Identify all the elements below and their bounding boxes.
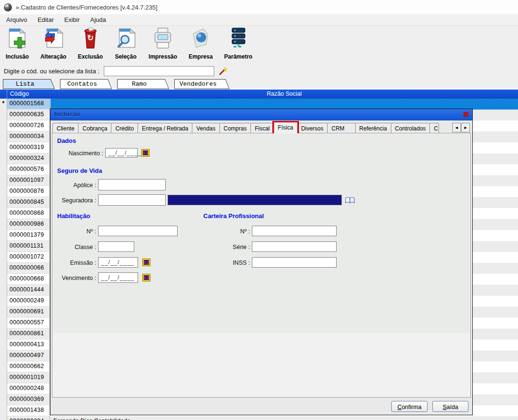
- dialog-tab-crm[interactable]: CRM: [327, 123, 355, 133]
- carteira-numero-field[interactable]: [252, 226, 337, 236]
- dialog-tab-c[interactable]: C: [429, 123, 439, 133]
- close-icon[interactable]: ✖: [463, 110, 469, 120]
- list-tab-lista[interactable]: Lista: [3, 79, 49, 89]
- list-tabs: ListaContatosRamoVendedores: [3, 79, 235, 89]
- row-code-cell[interactable]: 0000001019: [7, 372, 50, 383]
- list-tab-vendedores[interactable]: Vendedores: [174, 79, 223, 89]
- menu-item-arquivo[interactable]: Arquivo: [1, 15, 32, 25]
- dialog-tab-referencia[interactable]: Referência: [355, 123, 391, 133]
- row-code-cell[interactable]: 0000000876: [7, 186, 50, 197]
- row-razao-social-cell[interactable]: [50, 99, 518, 110]
- row-code-cell[interactable]: 0000000066: [7, 263, 50, 274]
- row-code-cell[interactable]: 0000001438: [7, 405, 50, 416]
- magic-wand-icon[interactable]: [219, 67, 228, 76]
- row-selection-gutter: [0, 383, 7, 394]
- row-code-cell[interactable]: 0000001444: [7, 285, 50, 296]
- dialog-tab-entrega-retirada[interactable]: Entrega / Retirada: [138, 123, 192, 133]
- row-code-cell[interactable]: 0000000576: [7, 164, 50, 175]
- row-code-cell[interactable]: 0000000861: [7, 329, 50, 340]
- row-selection-gutter: [0, 230, 7, 241]
- row-code-cell[interactable]: 0000001097: [7, 175, 50, 186]
- inss-field[interactable]: [252, 257, 337, 268]
- dialog-tab-diversos[interactable]: Diversos: [297, 123, 328, 133]
- saida-button[interactable]: Saída: [432, 401, 468, 412]
- column-header-codigo[interactable]: Código: [10, 90, 29, 97]
- list-tab-ramo[interactable]: Ramo: [117, 79, 163, 89]
- habilitacao-numero-field[interactable]: [98, 226, 178, 236]
- row-code-cell[interactable]: 0000001379: [7, 230, 50, 241]
- toolbar-button-empresa[interactable]: Empresa: [189, 27, 213, 65]
- row-code-cell[interactable]: 0000000691: [7, 307, 50, 318]
- row-code-cell[interactable]: 0000000635: [7, 110, 50, 120]
- row-selection-gutter: [0, 252, 7, 263]
- list-tab-contatos[interactable]: Contatos: [60, 79, 106, 89]
- row-code-cell[interactable]: 0000000234: [7, 416, 50, 420]
- toolbar-button-selecao[interactable]: Seleção: [114, 27, 137, 65]
- dialog-tab-cobranca[interactable]: Cobrança: [78, 123, 111, 133]
- emissao-field[interactable]: __/__/____: [98, 257, 138, 268]
- code-selector-input[interactable]: [104, 66, 214, 76]
- nascimento-label: Nascimento :: [56, 150, 103, 157]
- row-selection-gutter: [0, 361, 7, 372]
- toolbar-button-inclusao[interactable]: Inclusão: [6, 27, 29, 65]
- tab-scroll-right-icon[interactable]: ►: [461, 123, 470, 132]
- row-code-cell[interactable]: 0000000413: [7, 340, 50, 350]
- dialog-tab-cliente[interactable]: Cliente: [52, 123, 79, 133]
- menu-item-exibir[interactable]: Exibir: [59, 15, 85, 25]
- menu-item-ajuda[interactable]: Ajuda: [85, 15, 111, 25]
- row-selection-gutter: [0, 186, 7, 197]
- row-selection-gutter: [0, 131, 7, 142]
- toolbar-button-alteracao[interactable]: Alteração: [40, 27, 67, 65]
- row-code-cell[interactable]: 0000000034: [7, 131, 50, 142]
- row-code-cell[interactable]: 0000000726: [7, 120, 50, 131]
- row-code-cell[interactable]: 0000000319: [7, 142, 50, 153]
- row-code-cell[interactable]: 0000001072: [7, 252, 50, 263]
- row-code-cell[interactable]: 0000000868: [7, 208, 50, 219]
- dialog-tab-fisica[interactable]: Física: [274, 122, 298, 133]
- toolbar-button-impressao[interactable]: Impressão: [149, 27, 177, 65]
- row-code-cell[interactable]: 0000000249: [7, 296, 50, 307]
- column-header-razao-social[interactable]: Razão Social: [50, 90, 518, 97]
- toolbar-button-parametro[interactable]: Parâmetro: [224, 27, 252, 65]
- dialog-tab-fiscal[interactable]: Fiscal: [250, 123, 274, 133]
- calendar-icon[interactable]: 12: [141, 149, 149, 157]
- row-code-cell[interactable]: 0000000369: [7, 394, 50, 405]
- tab-scroll-left-icon[interactable]: ◄: [452, 123, 461, 132]
- dialog-tab-compras[interactable]: Compras: [219, 123, 251, 133]
- dialog-tab-credito[interactable]: Crédito: [111, 123, 138, 133]
- row-code-cell[interactable]: 0000000497: [7, 350, 50, 361]
- row-code-cell[interactable]: 0000000557: [7, 318, 50, 329]
- classe-field[interactable]: [98, 241, 134, 252]
- row-code-cell[interactable]: 0000001131: [7, 241, 50, 252]
- row-code-cell[interactable]: 0000000662: [7, 361, 50, 372]
- calendar-icon[interactable]: 12: [142, 274, 150, 281]
- carteira-numero-label: Nº :: [210, 228, 250, 235]
- row-code-cell[interactable]: 0000000324: [7, 153, 50, 164]
- menu-item-editar[interactable]: Editar: [32, 15, 59, 25]
- vencimento-field[interactable]: __/__/____: [98, 272, 138, 283]
- dialog-tab-controlados[interactable]: Controlados: [391, 123, 430, 133]
- row-code-cell[interactable]: 0000000668: [7, 274, 50, 285]
- confirma-button[interactable]: Confirma: [391, 401, 428, 412]
- toolbar-button-exclusao[interactable]: ↻Exclusão: [78, 27, 103, 65]
- row-selection-gutter: [0, 241, 7, 252]
- server-stack-icon: [227, 27, 250, 51]
- toolbar-label-impressao: Impressão: [149, 53, 177, 60]
- open-book-icon[interactable]: [345, 196, 355, 204]
- apolice-field[interactable]: [98, 179, 166, 190]
- row-code-cell[interactable]: 0000000845: [7, 197, 50, 208]
- nascimento-field[interactable]: __/__/____: [105, 148, 138, 158]
- row-code-cell[interactable]: 0000000986: [7, 219, 50, 230]
- row-razao-social-cell[interactable]: Fernando Dias Contabilidade: [50, 416, 518, 420]
- table-row[interactable]: 0000000234Fernando Dias Contabilidade: [0, 416, 518, 420]
- row-code-cell[interactable]: 0000000248: [7, 383, 50, 394]
- dialog-tab-vendas[interactable]: Vendas: [192, 123, 219, 133]
- toolbar-label-inclusao: Inclusão: [6, 53, 29, 60]
- section-title-seguro-de-vida: Seguro de Vida: [57, 167, 102, 174]
- serie-field[interactable]: [252, 241, 337, 252]
- calendar-icon[interactable]: 12: [142, 259, 150, 266]
- dialog-titlebar[interactable]: Inclusão ✖: [50, 109, 472, 120]
- table-row[interactable]: *0000001568: [0, 99, 518, 110]
- seguradora-field[interactable]: [98, 194, 166, 206]
- row-code-cell[interactable]: 0000001568: [7, 99, 50, 110]
